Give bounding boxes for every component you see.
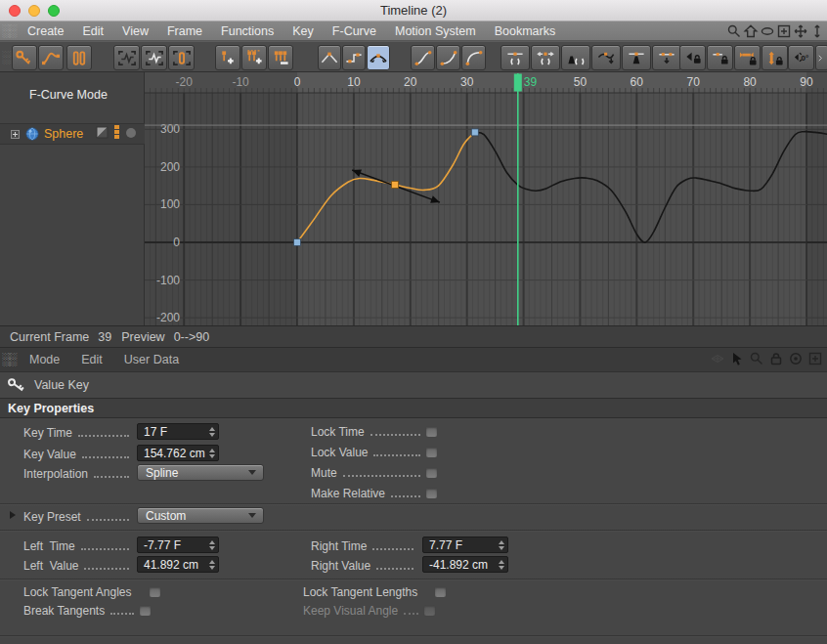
drag-grip-icon[interactable] [2,353,18,366]
add-panel-icon[interactable] [776,22,792,39]
clips-tool-button[interactable] [66,45,92,70]
solo-circle-icon[interactable] [125,125,137,143]
delete-keys-button[interactable] [268,45,293,70]
key-properties-header[interactable]: Key Properties [0,398,827,418]
lock-tangent-button[interactable] [707,45,733,70]
home-icon[interactable] [743,22,759,39]
ease-in-button[interactable] [436,45,460,70]
animation-dots-icon[interactable] [113,124,120,144]
separator [0,530,827,532]
ellipse-icon[interactable] [760,22,775,39]
frame-region-button[interactable] [168,45,195,70]
tangent-linear-button[interactable] [318,45,341,70]
menu-item-functions[interactable]: Functions [221,24,274,38]
break-tangents-row: Break Tangents [23,603,152,618]
add-panel-icon[interactable] [806,350,823,367]
menu-item-motion-system[interactable]: Motion System [395,24,476,38]
ease-out-button[interactable] [461,45,486,70]
auto-tangent-button[interactable] [591,45,621,70]
break-tangents-label: Break Tangents [23,604,105,618]
scale-icon[interactable] [809,22,825,39]
make-relative-checkbox[interactable] [425,488,438,499]
drag-grip-icon[interactable] [2,24,18,38]
overflow-button[interactable] [815,45,827,70]
mute-checkbox[interactable] [425,467,438,479]
object-name[interactable]: Sphere [44,127,83,141]
magnify-icon[interactable] [748,350,764,367]
lock-tangent-lengths-checkbox[interactable] [434,586,447,598]
fcurve-canvas[interactable]: 3002001000-100-200-20-100102030506070809… [145,72,827,325]
left-time-row: Left Time [23,538,134,553]
disclosure-triangle-icon[interactable] [10,511,16,519]
drag-grip-icon[interactable] [2,50,11,64]
key-value-stepper[interactable] [209,449,215,458]
weighted-tangent-button[interactable] [531,45,560,70]
magnify-icon[interactable] [726,22,742,39]
lock-time-checkbox[interactable] [425,426,438,438]
menu-item-key[interactable]: Key [292,24,314,38]
interpolation-dropdown[interactable]: Spline [137,464,264,481]
reduce-keys-button[interactable] [652,45,681,70]
weight-keys-button[interactable] [622,45,651,70]
move-icon[interactable] [793,22,808,39]
expand-icon[interactable] [11,125,20,143]
key-preset-row: Key Preset [23,509,134,524]
svg-text:0°: 0° [801,53,808,62]
frame-selected-button[interactable] [141,45,167,70]
clamp-tangent-button[interactable] [561,45,590,70]
current-frame-ruler-label: 39 [524,75,538,89]
menu-item-edit[interactable]: Edit [83,24,105,38]
right-value-stepper[interactable] [499,560,504,570]
cursor-icon[interactable] [728,350,745,367]
tangent-spline-button[interactable] [367,45,390,70]
ruler-label: 60 [631,75,644,89]
break-tangents-checkbox[interactable] [139,605,152,617]
playhead-marker[interactable] [514,74,522,92]
lock-auto-button[interactable] [679,45,706,70]
key-preset-dropdown[interactable]: Custom [137,507,264,524]
menu-item-user-data[interactable]: User Data [124,353,179,366]
right-time-field[interactable]: 7.77 F [422,537,508,553]
tangent-step-button[interactable] [342,45,366,70]
lock-value-axis-button[interactable] [762,45,788,70]
right-time-stepper[interactable] [499,540,504,550]
keyframe[interactable] [392,182,399,189]
ruler-label: 10 [347,75,361,89]
frame-all-button[interactable] [113,45,140,70]
menu-item-mode[interactable]: Mode [29,353,60,366]
add-keys-button[interactable] [241,45,267,70]
lock-icon[interactable] [767,350,784,367]
menu-item-view[interactable]: View [122,24,149,38]
fcurve-tool-button[interactable] [38,45,64,70]
object-row[interactable]: Sphere [0,123,145,145]
layer-icon[interactable] [96,125,109,143]
left-time-field[interactable]: -7.77 F [137,537,219,553]
flat-tangent-button[interactable] [501,45,530,70]
menu-item-fcurve[interactable]: F-Curve [332,24,376,38]
left-time-stepper[interactable] [209,540,215,550]
timeline-left-panel: F-Curve Mode Sphere [0,72,145,325]
menu-item-frame[interactable]: Frame [167,24,202,38]
key-time-stepper[interactable] [209,427,215,437]
key-tool-button[interactable] [12,45,37,70]
menu-item-bookmarks[interactable]: Bookmarks [495,24,556,38]
lock-tangent-angles-checkbox[interactable] [149,586,161,598]
titlebar[interactable]: Timeline (2) [0,0,827,21]
lock-time-axis-button[interactable] [734,45,761,70]
menubar-right-icons [726,22,825,39]
key-time-field[interactable]: 17 F [137,423,219,440]
ease-ease-button[interactable] [411,45,435,70]
lock-value-checkbox[interactable] [425,447,438,458]
left-value-field[interactable]: 41.892 cm [137,556,219,573]
keyframe[interactable] [471,129,478,136]
right-value-field[interactable]: -41.892 cm [422,556,508,573]
menu-item-edit[interactable]: Edit [81,353,103,366]
menu-item-create[interactable]: Create [27,24,65,38]
lock-time-label: Lock Time [311,425,365,439]
left-value-stepper[interactable] [209,560,215,570]
key-value-field[interactable]: 154.762 cm [137,445,219,461]
zero-angle-button[interactable]: 0° [788,45,814,70]
add-key-button[interactable] [215,45,240,70]
target-icon[interactable] [787,350,804,367]
keyframe[interactable] [294,239,301,246]
